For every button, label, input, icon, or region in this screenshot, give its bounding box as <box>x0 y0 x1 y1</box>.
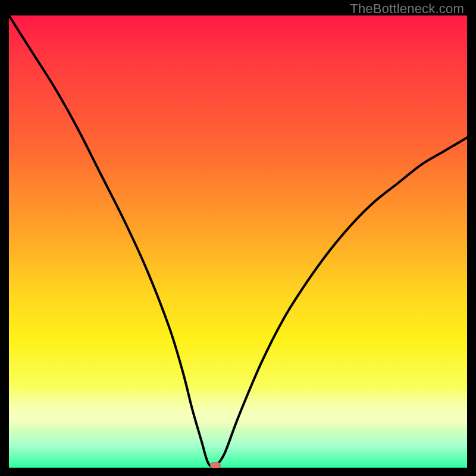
optimal-point-marker <box>210 462 221 468</box>
watermark-text: TheBottleneck.com <box>350 1 464 17</box>
gradient-background <box>9 15 467 468</box>
chart-frame: TheBottleneck.com <box>0 0 476 476</box>
plot-area <box>9 15 467 468</box>
